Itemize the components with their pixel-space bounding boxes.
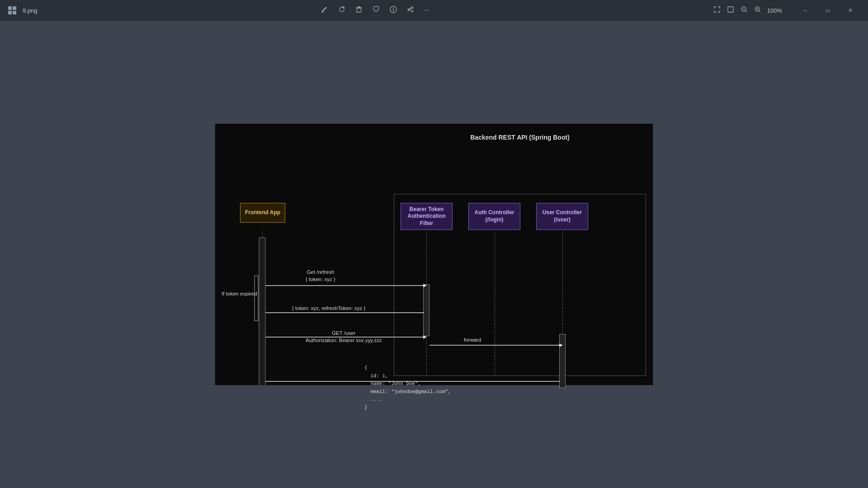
content-area: Backend REST API (Spring Boot) Frontend …	[0, 21, 868, 488]
lifeline-auth	[495, 231, 495, 376]
if-token-expired-label: If token expired	[222, 291, 257, 296]
svg-rect-23	[255, 276, 258, 321]
share-icon[interactable]	[406, 5, 415, 15]
activation-user	[559, 334, 566, 388]
svg-rect-4	[357, 8, 361, 12]
app-icon	[7, 5, 17, 15]
svg-rect-1	[13, 6, 16, 10]
titlebar-center: ···	[321, 5, 429, 15]
delete-icon[interactable]	[355, 5, 363, 15]
filename-label: 9.png	[23, 7, 38, 14]
auth-component: Auth Controller (/login)	[468, 203, 520, 230]
svg-point-6	[411, 7, 413, 9]
zoom-level: 100%	[767, 7, 782, 14]
lifeline-frontend	[262, 231, 263, 376]
maximize-button[interactable]: ▭	[817, 3, 838, 18]
svg-rect-3	[13, 11, 16, 14]
frontend-component: Frontend App	[240, 203, 285, 223]
svg-rect-2	[8, 11, 12, 14]
expand-icon[interactable]	[713, 5, 721, 15]
svg-marker-21	[259, 380, 262, 383]
svg-marker-15	[259, 311, 262, 314]
close-button[interactable]: ✕	[840, 3, 861, 18]
titlebar-left: 9.png	[7, 5, 38, 15]
backend-label: Backend REST API (Spring Boot)	[394, 134, 646, 141]
get-user-label: GET /user Authorization: Bearer xxx.yyy.…	[306, 329, 382, 344]
json-response-label: { id: 1, name: "John Doe", email: "johnd…	[364, 364, 451, 412]
svg-point-7	[411, 10, 413, 12]
forward-label: forward	[464, 336, 481, 343]
diagram-container: Backend REST API (Spring Boot) Frontend …	[215, 123, 653, 385]
zoom-in-icon[interactable]	[754, 5, 762, 15]
heart-icon[interactable]	[372, 5, 380, 15]
rotate-icon[interactable]	[338, 5, 346, 15]
annotate-icon[interactable]	[321, 5, 329, 15]
activation-auth-bearer	[423, 284, 429, 336]
user-component: User Controller (/user)	[536, 203, 588, 230]
titlebar: 9.png	[0, 0, 868, 21]
window-controls: ─ ▭ ✕	[795, 3, 861, 18]
bearer-component: Bearer Token Authentication Filter	[401, 203, 453, 230]
info-icon[interactable]	[389, 5, 397, 15]
response-token-label: { token: xyz, refreshToken: xyz }	[292, 305, 365, 312]
svg-rect-0	[8, 6, 12, 10]
get-refresh-label: Get /refresh { token: xyz }	[306, 268, 335, 283]
zoom-out-icon[interactable]	[740, 5, 748, 15]
svg-rect-9	[728, 7, 733, 12]
titlebar-right: 100% ─ ▭ ✕	[713, 3, 861, 18]
fullscreen-icon[interactable]	[726, 5, 735, 15]
more-icon[interactable]: ···	[424, 6, 429, 14]
minimize-button[interactable]: ─	[795, 3, 816, 18]
